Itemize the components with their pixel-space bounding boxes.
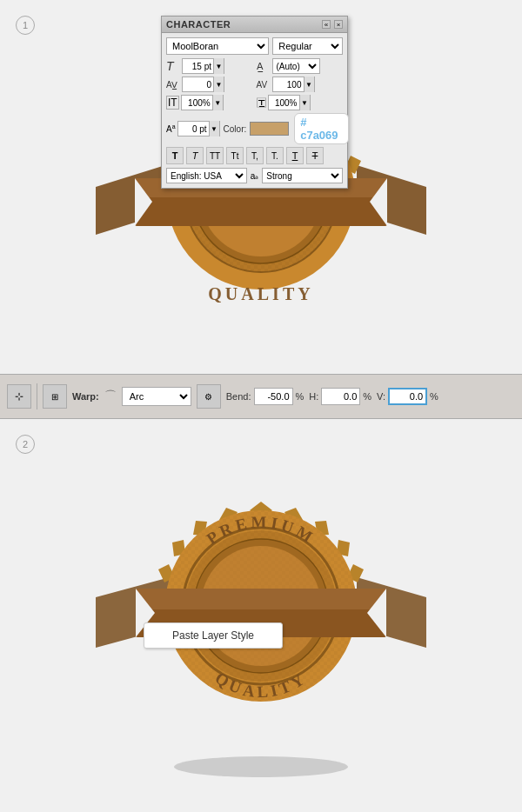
style-btn-t-sub[interactable]: T, bbox=[246, 147, 264, 164]
kerning-input[interactable] bbox=[183, 77, 213, 91]
antialias-select[interactable]: Strong bbox=[262, 168, 343, 183]
warp-select[interactable]: Arc bbox=[122, 387, 191, 406]
baseline-color-row: Aa ▼ Color: # c7a069 bbox=[166, 113, 343, 144]
toolbar-divider1 bbox=[37, 383, 37, 409]
warp-options-icon[interactable]: ⚙ bbox=[197, 384, 221, 409]
kerning-arrow[interactable]: ▼ bbox=[213, 77, 224, 92]
style-btn-t-sup[interactable]: T. bbox=[266, 147, 284, 164]
vert-scale-arrow[interactable]: ▼ bbox=[212, 95, 223, 110]
horiz-scale-icon: T̲ bbox=[257, 97, 266, 107]
tracking-icon: AV bbox=[257, 80, 271, 90]
grid-icon[interactable]: ⊞ bbox=[43, 384, 67, 409]
style-btn-tt[interactable]: TT bbox=[206, 147, 224, 164]
style-buttons-row: T T TT Tt T, T. T T bbox=[166, 147, 343, 164]
bend-label: Bend: bbox=[226, 391, 251, 402]
svg-text:QUALITY: QUALITY bbox=[208, 284, 313, 303]
badge2-container: PREMIUM QUALITY bbox=[70, 454, 452, 784]
aa-icon: aₐ bbox=[251, 171, 259, 181]
baseline-group: Aa ▼ bbox=[166, 121, 220, 136]
tracking-group: AV ▼ bbox=[257, 77, 344, 92]
font-family-select[interactable]: MoolBoran bbox=[166, 37, 269, 55]
v-group: V: % bbox=[377, 388, 438, 405]
color-group: Color: # c7a069 bbox=[224, 113, 349, 144]
move-tool-icon[interactable]: ⊹ bbox=[7, 384, 31, 409]
h-label: H: bbox=[309, 391, 318, 402]
v-label: V: bbox=[377, 391, 385, 402]
size-input[interactable] bbox=[183, 59, 213, 73]
kerning-tracking-row: AV̲ ▼ AV ▼ bbox=[166, 77, 343, 92]
panel-titlebar: CHARACTER « × bbox=[162, 17, 347, 33]
panel-body: MoolBoran Regular T ▼ A̲ bbox=[162, 33, 347, 188]
size-leading-row: T ▼ A̲ (Auto) bbox=[166, 58, 343, 74]
tracking-arrow[interactable]: ▼ bbox=[304, 77, 314, 92]
step-number-2: 2 bbox=[16, 435, 35, 454]
scale-row: IT ▼ T̲ ▼ bbox=[166, 95, 343, 110]
size-input-wrapper: ▼ bbox=[182, 58, 224, 74]
color-swatch[interactable] bbox=[250, 122, 289, 136]
kerning-group: AV̲ ▼ bbox=[166, 77, 253, 92]
style-btn-tt2[interactable]: Tt bbox=[226, 147, 244, 164]
baseline-wrapper: ▼ bbox=[177, 121, 220, 136]
svg-rect-66 bbox=[136, 589, 386, 609]
horiz-scale-input[interactable] bbox=[269, 96, 299, 110]
horiz-scale-wrapper: ▼ bbox=[268, 95, 311, 110]
v-percent: % bbox=[430, 391, 438, 402]
svg-point-35 bbox=[174, 756, 348, 777]
tracking-input[interactable] bbox=[273, 77, 304, 91]
horiz-scale-group: T̲ ▼ bbox=[257, 95, 344, 110]
section1: 1 bbox=[0, 0, 522, 374]
bend-percent: % bbox=[296, 391, 304, 402]
style-btn-underline[interactable]: T bbox=[286, 147, 304, 164]
paste-layer-style-tooltip[interactable]: Paste Layer Style bbox=[144, 622, 283, 649]
bend-group: Bend: % bbox=[226, 388, 304, 405]
section2: 2 bbox=[0, 419, 522, 812]
warp-label: Warp: bbox=[72, 391, 99, 402]
arc-icon: ⌒ bbox=[104, 389, 117, 404]
step-number-1: 1 bbox=[16, 16, 35, 35]
v-input[interactable] bbox=[388, 388, 427, 405]
font-row: MoolBoran Regular bbox=[166, 37, 343, 55]
style-btn-italic[interactable]: T bbox=[186, 147, 204, 164]
paste-layer-style-label: Paste Layer Style bbox=[172, 629, 254, 642]
h-input[interactable] bbox=[321, 388, 360, 405]
character-panel: CHARACTER « × MoolBoran Regular T bbox=[161, 16, 348, 189]
baseline-icon: Aa bbox=[166, 123, 176, 134]
leading-select[interactable]: (Auto) bbox=[272, 58, 320, 74]
lang-row: English: USA aₐ Strong bbox=[166, 168, 343, 183]
style-btn-bold[interactable]: T bbox=[166, 147, 184, 164]
panel-collapse-btn[interactable]: « bbox=[322, 20, 331, 29]
panel-controls: « × bbox=[322, 20, 343, 29]
size-group: T ▼ bbox=[166, 58, 253, 74]
color-tooltip: # c7a069 bbox=[294, 113, 348, 144]
vert-scale-wrapper: ▼ bbox=[181, 95, 224, 110]
baseline-input[interactable] bbox=[178, 122, 209, 136]
panel-title: CHARACTER bbox=[166, 19, 231, 30]
font-style-select[interactable]: Regular bbox=[272, 37, 343, 55]
panel-close-btn[interactable]: × bbox=[334, 20, 343, 29]
vert-scale-group: IT ▼ bbox=[166, 95, 253, 110]
style-btn-strikethrough[interactable]: T bbox=[306, 147, 324, 164]
horiz-scale-arrow[interactable]: ▼ bbox=[299, 95, 310, 110]
language-select[interactable]: English: USA bbox=[166, 168, 247, 183]
baseline-arrow[interactable]: ▼ bbox=[209, 121, 219, 136]
leading-icon: A̲ bbox=[257, 61, 271, 72]
color-label: Color: bbox=[224, 124, 247, 134]
leading-group: A̲ (Auto) bbox=[257, 58, 344, 74]
kerning-icon: AV̲ bbox=[166, 80, 180, 90]
vert-scale-icon: IT bbox=[166, 96, 179, 110]
size-arrow[interactable]: ▼ bbox=[213, 58, 224, 74]
vert-scale-input[interactable] bbox=[182, 96, 212, 110]
size-icon: T bbox=[166, 59, 180, 73]
h-percent: % bbox=[363, 391, 371, 402]
kerning-input-wrapper: ▼ bbox=[182, 77, 224, 92]
tracking-input-wrapper: ▼ bbox=[272, 77, 315, 92]
toolbar-section: ⊹ ⊞ Warp: ⌒ Arc ⚙ Bend: % H: % V: % bbox=[0, 374, 522, 419]
bend-input[interactable] bbox=[254, 388, 293, 405]
h-group: H: % bbox=[309, 388, 371, 405]
